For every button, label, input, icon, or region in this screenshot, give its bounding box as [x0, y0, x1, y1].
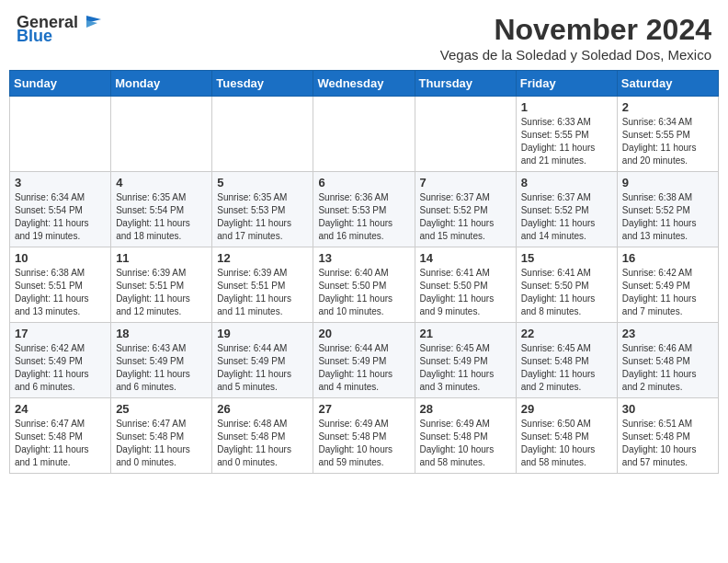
day-number: 15 — [521, 251, 612, 265]
day-number: 10 — [15, 251, 106, 265]
calendar-week-4: 17Sunrise: 6:42 AM Sunset: 5:49 PM Dayli… — [10, 323, 719, 398]
calendar-cell: 27Sunrise: 6:49 AM Sunset: 5:48 PM Dayli… — [313, 398, 415, 474]
calendar-cell: 2Sunrise: 6:34 AM Sunset: 5:55 PM Daylig… — [617, 97, 718, 172]
calendar-week-3: 10Sunrise: 6:38 AM Sunset: 5:51 PM Dayli… — [10, 247, 719, 323]
day-info: Sunrise: 6:51 AM Sunset: 5:48 PM Dayligh… — [622, 418, 713, 469]
calendar-cell: 3Sunrise: 6:34 AM Sunset: 5:54 PM Daylig… — [10, 172, 111, 247]
day-number: 4 — [116, 176, 207, 190]
day-number: 12 — [217, 251, 308, 265]
day-info: Sunrise: 6:42 AM Sunset: 5:49 PM Dayligh… — [622, 267, 713, 318]
calendar-cell: 10Sunrise: 6:38 AM Sunset: 5:51 PM Dayli… — [10, 247, 111, 323]
col-header-sunday: Sunday — [10, 71, 111, 97]
day-info: Sunrise: 6:39 AM Sunset: 5:51 PM Dayligh… — [217, 267, 308, 318]
calendar-cell: 8Sunrise: 6:37 AM Sunset: 5:52 PM Daylig… — [516, 172, 617, 247]
calendar-cell: 21Sunrise: 6:45 AM Sunset: 5:49 PM Dayli… — [415, 323, 516, 398]
calendar-cell: 14Sunrise: 6:41 AM Sunset: 5:50 PM Dayli… — [415, 247, 516, 323]
day-number: 13 — [318, 251, 409, 265]
day-info: Sunrise: 6:46 AM Sunset: 5:48 PM Dayligh… — [622, 342, 713, 394]
calendar-cell: 29Sunrise: 6:50 AM Sunset: 5:48 PM Dayli… — [516, 398, 617, 474]
calendar-cell: 30Sunrise: 6:51 AM Sunset: 5:48 PM Dayli… — [617, 398, 718, 474]
day-number: 11 — [116, 251, 207, 265]
day-number: 17 — [15, 327, 106, 340]
calendar-week-2: 3Sunrise: 6:34 AM Sunset: 5:54 PM Daylig… — [10, 172, 719, 247]
col-header-wednesday: Wednesday — [313, 71, 415, 97]
day-info: Sunrise: 6:50 AM Sunset: 5:48 PM Dayligh… — [521, 418, 612, 469]
day-info: Sunrise: 6:33 AM Sunset: 5:55 PM Dayligh… — [521, 116, 612, 167]
day-number: 26 — [217, 402, 308, 416]
calendar-week-1: 1Sunrise: 6:33 AM Sunset: 5:55 PM Daylig… — [10, 97, 719, 172]
location-subtitle: Vegas de la Soledad y Soledad Dos, Mexic… — [440, 47, 711, 63]
calendar-cell: 16Sunrise: 6:42 AM Sunset: 5:49 PM Dayli… — [617, 247, 718, 323]
day-number: 30 — [622, 402, 713, 416]
day-number: 2 — [622, 100, 713, 114]
logo: General Blue — [17, 13, 101, 46]
calendar-cell: 19Sunrise: 6:44 AM Sunset: 5:49 PM Dayli… — [212, 323, 313, 398]
day-number: 18 — [116, 327, 207, 340]
day-info: Sunrise: 6:38 AM Sunset: 5:52 PM Dayligh… — [622, 191, 713, 243]
day-info: Sunrise: 6:35 AM Sunset: 5:53 PM Dayligh… — [217, 191, 308, 243]
col-header-saturday: Saturday — [617, 71, 718, 97]
col-header-monday: Monday — [111, 71, 212, 97]
day-number: 9 — [622, 176, 713, 190]
day-info: Sunrise: 6:48 AM Sunset: 5:48 PM Dayligh… — [217, 418, 308, 469]
day-info: Sunrise: 6:43 AM Sunset: 5:49 PM Dayligh… — [116, 342, 207, 394]
calendar-cell: 23Sunrise: 6:46 AM Sunset: 5:48 PM Dayli… — [617, 323, 718, 398]
day-info: Sunrise: 6:34 AM Sunset: 5:54 PM Dayligh… — [15, 191, 106, 243]
day-number: 24 — [15, 402, 106, 416]
day-number: 20 — [318, 327, 409, 340]
day-number: 1 — [521, 100, 612, 114]
day-number: 7 — [420, 176, 511, 190]
calendar-cell: 11Sunrise: 6:39 AM Sunset: 5:51 PM Dayli… — [111, 247, 212, 323]
calendar-cell: 17Sunrise: 6:42 AM Sunset: 5:49 PM Dayli… — [10, 323, 111, 398]
calendar-cell: 6Sunrise: 6:36 AM Sunset: 5:53 PM Daylig… — [313, 172, 415, 247]
day-info: Sunrise: 6:47 AM Sunset: 5:48 PM Dayligh… — [116, 418, 207, 469]
col-header-friday: Friday — [516, 71, 617, 97]
calendar-cell: 15Sunrise: 6:41 AM Sunset: 5:50 PM Dayli… — [516, 247, 617, 323]
day-number: 14 — [420, 251, 511, 265]
calendar-cell: 12Sunrise: 6:39 AM Sunset: 5:51 PM Dayli… — [212, 247, 313, 323]
day-info: Sunrise: 6:49 AM Sunset: 5:48 PM Dayligh… — [420, 418, 511, 469]
calendar-header-row: SundayMondayTuesdayWednesdayThursdayFrid… — [10, 71, 719, 97]
day-info: Sunrise: 6:37 AM Sunset: 5:52 PM Dayligh… — [521, 191, 612, 243]
calendar-cell: 20Sunrise: 6:44 AM Sunset: 5:49 PM Dayli… — [313, 323, 415, 398]
day-number: 19 — [217, 327, 308, 340]
calendar-cell: 9Sunrise: 6:38 AM Sunset: 5:52 PM Daylig… — [617, 172, 718, 247]
day-info: Sunrise: 6:41 AM Sunset: 5:50 PM Dayligh… — [521, 267, 612, 318]
day-number: 16 — [622, 251, 713, 265]
calendar-cell: 18Sunrise: 6:43 AM Sunset: 5:49 PM Dayli… — [111, 323, 212, 398]
day-number: 3 — [15, 176, 106, 190]
day-info: Sunrise: 6:39 AM Sunset: 5:51 PM Dayligh… — [116, 267, 207, 318]
day-info: Sunrise: 6:38 AM Sunset: 5:51 PM Dayligh… — [15, 267, 106, 318]
day-info: Sunrise: 6:49 AM Sunset: 5:48 PM Dayligh… — [318, 418, 409, 469]
calendar-cell: 1Sunrise: 6:33 AM Sunset: 5:55 PM Daylig… — [516, 97, 617, 172]
day-number: 23 — [622, 327, 713, 340]
page-header: General Blue November 2024 Vegas de la S… — [9, 9, 719, 66]
calendar-cell: 24Sunrise: 6:47 AM Sunset: 5:48 PM Dayli… — [10, 398, 111, 474]
calendar-cell: 13Sunrise: 6:40 AM Sunset: 5:50 PM Dayli… — [313, 247, 415, 323]
calendar-cell: 5Sunrise: 6:35 AM Sunset: 5:53 PM Daylig… — [212, 172, 313, 247]
day-number: 6 — [318, 176, 409, 190]
calendar-cell: 28Sunrise: 6:49 AM Sunset: 5:48 PM Dayli… — [415, 398, 516, 474]
day-number: 25 — [116, 402, 207, 416]
day-number: 8 — [521, 176, 612, 190]
day-info: Sunrise: 6:45 AM Sunset: 5:48 PM Dayligh… — [521, 342, 612, 394]
calendar-cell: 22Sunrise: 6:45 AM Sunset: 5:48 PM Dayli… — [516, 323, 617, 398]
day-info: Sunrise: 6:40 AM Sunset: 5:50 PM Dayligh… — [318, 267, 409, 318]
col-header-thursday: Thursday — [415, 71, 516, 97]
col-header-tuesday: Tuesday — [212, 71, 313, 97]
day-info: Sunrise: 6:34 AM Sunset: 5:55 PM Dayligh… — [622, 116, 713, 167]
calendar-table: SundayMondayTuesdayWednesdayThursdayFrid… — [9, 70, 719, 474]
calendar-week-5: 24Sunrise: 6:47 AM Sunset: 5:48 PM Dayli… — [10, 398, 719, 474]
calendar-cell: 25Sunrise: 6:47 AM Sunset: 5:48 PM Dayli… — [111, 398, 212, 474]
day-info: Sunrise: 6:47 AM Sunset: 5:48 PM Dayligh… — [15, 418, 106, 469]
day-info: Sunrise: 6:44 AM Sunset: 5:49 PM Dayligh… — [217, 342, 308, 394]
day-number: 28 — [420, 402, 511, 416]
day-info: Sunrise: 6:36 AM Sunset: 5:53 PM Dayligh… — [318, 191, 409, 243]
calendar-cell — [10, 97, 111, 172]
calendar-cell: 4Sunrise: 6:35 AM Sunset: 5:54 PM Daylig… — [111, 172, 212, 247]
calendar-cell: 26Sunrise: 6:48 AM Sunset: 5:48 PM Dayli… — [212, 398, 313, 474]
day-info: Sunrise: 6:35 AM Sunset: 5:54 PM Dayligh… — [116, 191, 207, 243]
day-info: Sunrise: 6:37 AM Sunset: 5:52 PM Dayligh… — [420, 191, 511, 243]
logo-icon — [81, 16, 101, 30]
day-number: 27 — [318, 402, 409, 416]
